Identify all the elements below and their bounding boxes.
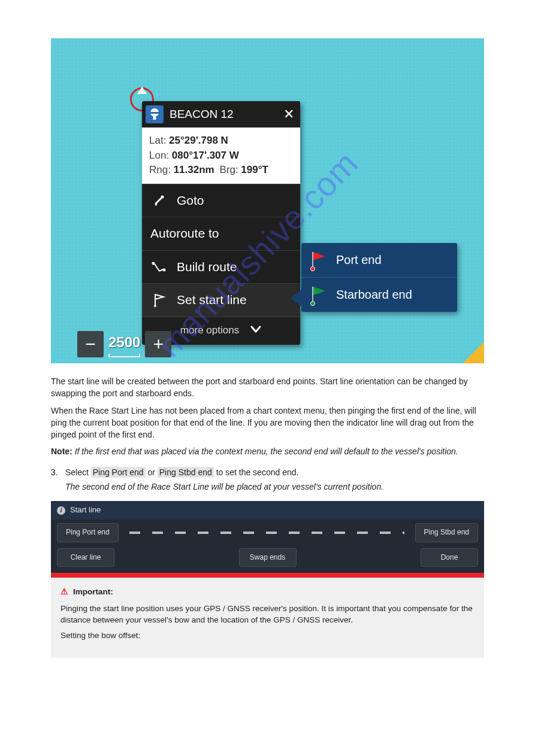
submenu-stbd-end[interactable]: Starboard end: [301, 278, 457, 312]
popup-header: BEACON 12 ✕: [142, 101, 300, 127]
zoom-controls: − 2500 +: [77, 331, 171, 357]
note-text: If the first end that was placed via the…: [75, 447, 458, 456]
paragraph-1: The start line will be created between t…: [51, 375, 484, 400]
route-icon: [150, 260, 167, 274]
start-line-submenu: Port end Starboard end: [301, 243, 457, 312]
warning-icon: ⚠: [61, 586, 68, 598]
paragraph-2: When the Race Start Line has not been pl…: [51, 405, 484, 441]
context-popup: BEACON 12 ✕ Lat: 25°29'.798 N Lon: 080°1…: [142, 101, 300, 345]
svg-rect-3: [153, 116, 156, 119]
svg-point-8: [163, 268, 166, 271]
beacon-icon: [146, 105, 164, 123]
clear-line-button[interactable]: Clear line: [57, 548, 114, 567]
flag-icon: [150, 293, 167, 307]
submenu-stbd-label: Starboard end: [336, 286, 412, 303]
map-screenshot: BEACON 12 ✕ Lat: 25°29'.798 N Lon: 080°1…: [51, 38, 484, 363]
menu-autoroute-label: Autoroute to: [150, 224, 219, 242]
corner-handle[interactable]: [463, 342, 484, 363]
zoom-out-button[interactable]: −: [77, 331, 104, 357]
svg-line-9: [155, 264, 159, 271]
lon-label: Lon:: [149, 150, 169, 161]
chevron-down-icon: [250, 323, 262, 338]
important-text-2: Setting the bow offset:: [61, 630, 474, 642]
ping-port-button[interactable]: Ping Port end: [57, 523, 119, 542]
goto-icon: [150, 194, 167, 207]
svg-marker-12: [155, 294, 164, 299]
rng-value: 11.32nm: [174, 164, 214, 175]
lat-label: Lat:: [149, 135, 166, 146]
menu-build-route[interactable]: Build route: [142, 250, 300, 283]
menu-goto-label: Goto: [177, 192, 204, 210]
svg-line-10: [159, 269, 163, 271]
menu-autoroute[interactable]: Autoroute to: [142, 217, 300, 250]
step-post: to set the second end.: [216, 467, 299, 477]
ping-stbd-button[interactable]: Ping Stbd end: [415, 523, 478, 542]
toolbar-title: Start line: [70, 505, 101, 516]
important-text-1: Pinging the start line position uses you…: [61, 603, 474, 626]
step-pre: Select: [65, 467, 89, 477]
step-3: 3. Select Ping Port end or Ping Stbd end…: [51, 466, 484, 493]
submenu-port-label: Port end: [336, 251, 382, 269]
note-label: Note:: [51, 447, 72, 456]
body-text: The start line will be created between t…: [51, 375, 484, 493]
popup-title: BEACON 12: [170, 106, 283, 123]
done-button[interactable]: Done: [421, 548, 478, 567]
red-flag-icon: [311, 253, 328, 268]
step-or: or: [147, 467, 155, 477]
warning-bar: [51, 573, 484, 578]
toolbar-header: i Start line: [51, 501, 484, 520]
beacon-info: Lat: 25°29'.798 N Lon: 080°17'.307 W Rng…: [142, 127, 300, 184]
brg-label: Brg:: [219, 164, 238, 175]
close-icon[interactable]: ✕: [283, 105, 294, 124]
svg-point-13: [154, 305, 156, 307]
map-scale: 2500: [108, 332, 140, 357]
important-note: ⚠ Important: Pinging the start line posi…: [51, 578, 484, 658]
important-label: Important:: [73, 586, 113, 598]
submenu-port-end[interactable]: Port end: [301, 243, 457, 278]
step-btn2: Ping Stbd end: [158, 467, 214, 478]
start-line-indicator: [129, 532, 404, 534]
lon-value: 080°17'.307 W: [172, 150, 239, 161]
menu-set-start-line[interactable]: Set start line: [142, 283, 300, 316]
menu-set-start-line-label: Set start line: [177, 291, 247, 309]
step-btn1: Ping Port end: [91, 467, 146, 478]
step-sub: The second end of the Race Start Line wi…: [65, 482, 383, 491]
svg-rect-1: [150, 112, 159, 114]
menu-build-route-label: Build route: [177, 258, 237, 276]
rng-label: Rng:: [149, 164, 171, 175]
step-number: 3.: [51, 466, 63, 478]
menu-goto[interactable]: Goto: [142, 184, 300, 217]
swap-ends-button[interactable]: Swap ends: [239, 548, 297, 567]
info-icon: i: [57, 506, 65, 515]
zoom-in-button[interactable]: +: [145, 331, 171, 357]
lat-value: 25°29'.798 N: [169, 135, 228, 146]
start-line-toolbar: i Start line Ping Port end Ping Stbd end…: [51, 501, 484, 573]
green-flag-icon: [311, 288, 328, 302]
brg-value: 199°T: [241, 164, 268, 175]
more-options-label: more options: [180, 323, 239, 338]
svg-line-5: [156, 198, 161, 204]
